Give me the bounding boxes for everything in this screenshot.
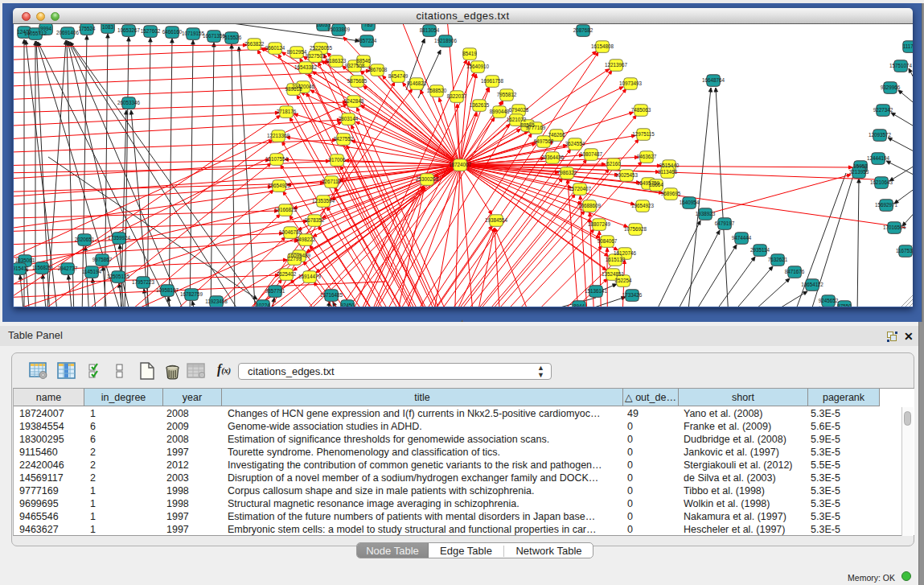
svg-text:917006: 917006 <box>328 157 346 163</box>
svg-text:15716485: 15716485 <box>320 292 343 298</box>
svg-text:19654925: 19654925 <box>268 183 291 188</box>
svg-text:19654923: 19654923 <box>631 203 655 208</box>
svg-text:16120746: 16120746 <box>614 250 637 256</box>
svg-text:1362615: 1362615 <box>470 102 490 108</box>
svg-text:252254: 252254 <box>614 278 632 283</box>
svg-text:9146821: 9146821 <box>407 80 427 86</box>
svg-text:3113468: 3113468 <box>658 169 678 175</box>
svg-text:10719155: 10719155 <box>182 31 205 36</box>
svg-text:15720407: 15720407 <box>569 186 592 192</box>
svg-text:8990448: 8990448 <box>490 109 510 114</box>
svg-text:9857791: 9857791 <box>265 288 285 294</box>
svg-text:9329966: 9329966 <box>881 84 901 90</box>
svg-text:85419: 85419 <box>462 51 477 56</box>
svg-text:25300203: 25300203 <box>416 176 439 182</box>
svg-text:9242848: 9242848 <box>344 98 364 104</box>
svg-text:10025453: 10025453 <box>615 172 639 178</box>
svg-text:5875685: 5875685 <box>347 78 368 84</box>
svg-text:10756928: 10756928 <box>624 226 647 232</box>
svg-text:7632621: 7632621 <box>768 257 788 262</box>
svg-text:17359924: 17359924 <box>108 235 131 241</box>
svg-text:746266: 746266 <box>548 132 565 138</box>
svg-text:2867608: 2867608 <box>368 67 388 72</box>
svg-text:7986322: 7986322 <box>557 170 577 175</box>
svg-text:10224: 10224 <box>256 303 270 307</box>
svg-text:88546: 88546 <box>356 58 371 64</box>
svg-text:2020651: 2020651 <box>75 237 95 242</box>
svg-text:12799: 12799 <box>287 256 302 262</box>
svg-text:19218906: 19218906 <box>434 38 458 43</box>
svg-text:10807487: 10807487 <box>580 151 603 157</box>
svg-text:19384554: 19384554 <box>485 217 508 223</box>
svg-text:15958: 15958 <box>853 163 868 169</box>
svg-text:16543382: 16543382 <box>294 64 318 70</box>
svg-text:7515526: 7515526 <box>222 35 242 40</box>
svg-text:9660124: 9660124 <box>265 45 285 51</box>
svg-text:10653267: 10653267 <box>117 27 141 33</box>
svg-text:16961758: 16961758 <box>481 78 504 84</box>
svg-text:7625402: 7625402 <box>277 271 297 277</box>
svg-text:1527602: 1527602 <box>141 28 161 34</box>
svg-text:9689695: 9689695 <box>661 191 681 196</box>
svg-text:2803144: 2803144 <box>339 116 359 122</box>
svg-text:16033809: 16033809 <box>327 27 351 32</box>
svg-text:15751074: 15751074 <box>889 63 913 68</box>
svg-text:25226055: 25226055 <box>310 45 333 51</box>
svg-text:15640910: 15640910 <box>466 64 490 69</box>
svg-text:19166825: 19166825 <box>274 207 298 212</box>
svg-text:9463627: 9463627 <box>637 154 657 159</box>
svg-text:1615132: 1615132 <box>606 257 626 262</box>
svg-text:12505135: 12505135 <box>107 274 130 279</box>
svg-text:9245652: 9245652 <box>819 298 839 303</box>
svg-text:12975115: 12975115 <box>632 131 655 137</box>
svg-text:175524: 175524 <box>78 26 96 31</box>
svg-text:8678352: 8678352 <box>305 217 325 223</box>
svg-text:3498222: 3498222 <box>296 237 316 242</box>
svg-text:10046786: 10046786 <box>279 229 302 235</box>
svg-text:9084067: 9084067 <box>598 238 618 244</box>
svg-text:97550: 97550 <box>837 303 852 307</box>
svg-text:1621072: 1621072 <box>507 117 527 122</box>
svg-text:6466160: 6466160 <box>162 29 183 35</box>
svg-text:8813054: 8813054 <box>420 27 440 33</box>
svg-text:3915411: 3915411 <box>14 266 30 271</box>
svg-text:3213953: 3213953 <box>849 169 869 175</box>
svg-text:9515440: 9515440 <box>659 163 680 168</box>
svg-text:16107554: 16107554 <box>265 156 289 162</box>
svg-text:9327503: 9327503 <box>306 53 326 59</box>
svg-text:13524851: 13524851 <box>602 271 625 277</box>
svg-text:16210643: 16210643 <box>870 179 893 185</box>
svg-text:20691406: 20691406 <box>56 30 80 35</box>
svg-text:16648764: 16648764 <box>702 77 725 83</box>
svg-text:18807249: 18807249 <box>588 221 611 227</box>
svg-text:15136141: 15136141 <box>585 288 608 294</box>
svg-text:1835061: 1835061 <box>15 257 35 263</box>
svg-text:8322037: 8322037 <box>447 93 467 99</box>
svg-text:3267110: 3267110 <box>322 179 342 184</box>
svg-text:1588520: 1588520 <box>427 88 447 93</box>
svg-text:16154808: 16154808 <box>591 43 614 49</box>
svg-text:20364436: 20364436 <box>541 154 565 160</box>
svg-text:12353594: 12353594 <box>312 198 335 204</box>
svg-text:7485063: 7485063 <box>631 107 651 113</box>
svg-text:7857224: 7857224 <box>357 38 377 43</box>
svg-text:8186323: 8186323 <box>326 58 347 64</box>
svg-text:8944: 8944 <box>573 303 585 307</box>
svg-text:989618: 989618 <box>285 86 302 92</box>
svg-text:10958107: 10958107 <box>156 287 179 293</box>
svg-text:8427552: 8427552 <box>334 136 354 142</box>
svg-text:9994: 9994 <box>40 26 52 31</box>
svg-text:1733426: 1733426 <box>622 292 643 298</box>
svg-text:9327508: 9327508 <box>345 63 365 68</box>
svg-text:1640954: 1640954 <box>680 200 700 205</box>
svg-text:8912954: 8912954 <box>287 49 307 55</box>
svg-text:12213967: 12213967 <box>605 62 628 68</box>
svg-text:26053346: 26053346 <box>117 100 141 105</box>
svg-text:7663822: 7663822 <box>244 41 265 47</box>
svg-text:2935114: 2935114 <box>750 247 770 253</box>
svg-text:1083: 1083 <box>102 24 114 30</box>
svg-text:10654112: 10654112 <box>801 282 823 287</box>
svg-text:8471676: 8471676 <box>785 269 805 274</box>
svg-text:8454749: 8454749 <box>388 73 409 79</box>
svg-text:785: 785 <box>364 24 373 27</box>
